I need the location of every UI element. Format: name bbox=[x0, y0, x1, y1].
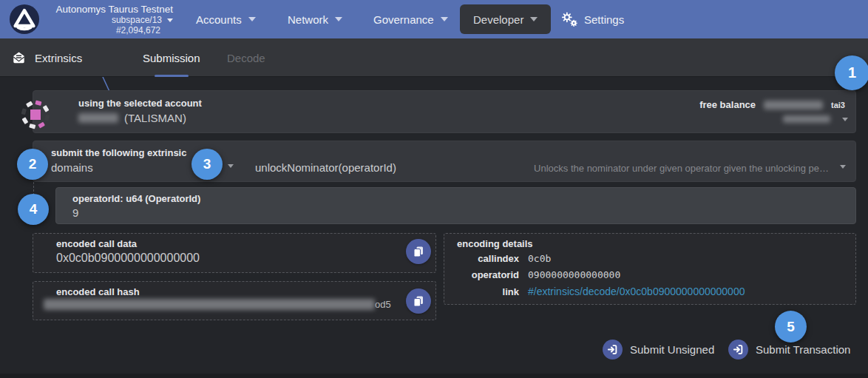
balance-unit: tai3 bbox=[831, 101, 845, 109]
callindex-key: callindex bbox=[457, 253, 519, 264]
nav-network[interactable]: Network bbox=[288, 0, 342, 38]
submit-unsigned-button[interactable]: Submit Unsigned bbox=[603, 340, 714, 360]
chain-selector[interactable]: Autonomys Taurus Testnet subspace/13 #2,… bbox=[49, 4, 173, 36]
nav-network-label: Network bbox=[288, 13, 328, 26]
encoded-call-hash-value: od5 bbox=[44, 299, 391, 310]
tab-decode-label: Decode bbox=[227, 52, 265, 64]
tab-bar: Extrinsics Submission Decode bbox=[0, 38, 868, 77]
som-badge-1: 1 bbox=[835, 55, 868, 90]
tab-submission[interactable]: Submission bbox=[143, 38, 200, 77]
extrinsic-panel: submit the following extrinsic domains u… bbox=[33, 141, 856, 182]
tab-decode[interactable]: Decode bbox=[227, 38, 265, 77]
chevron-down-icon bbox=[335, 17, 342, 21]
top-nav-bar: Autonomys Taurus Testnet subspace/13 #2,… bbox=[0, 0, 868, 38]
account-panel: using the selected account (TALISMAN) fr… bbox=[33, 90, 856, 133]
nav-governance[interactable]: Governance bbox=[373, 0, 448, 38]
selected-account[interactable]: (TALISMAN) bbox=[78, 112, 186, 124]
free-balance-label: free balance bbox=[699, 99, 756, 110]
method-select[interactable]: unlockNominator(operatorId) bbox=[255, 161, 396, 174]
account-dropdown-caret-icon[interactable] bbox=[842, 118, 848, 121]
param-value-input[interactable]: 9 bbox=[72, 206, 78, 219]
call-hash-redacted bbox=[44, 299, 375, 310]
encoding-details-label: encoding details bbox=[457, 238, 533, 249]
param-label: operatorId: u64 (OperatorId) bbox=[72, 193, 200, 204]
sign-in-icon bbox=[728, 340, 748, 360]
chevron-down-icon bbox=[248, 17, 256, 21]
som-badge-3: 3 bbox=[191, 149, 223, 180]
callindex-value: 0c0b bbox=[528, 253, 551, 264]
runtime-version: subspace/13 bbox=[112, 15, 162, 25]
pallet-select[interactable]: domains bbox=[51, 161, 93, 174]
extrinsic-label: submit the following extrinsic bbox=[51, 147, 186, 158]
som-badge-4: 4 bbox=[18, 194, 49, 225]
account-identicon[interactable] bbox=[19, 98, 52, 134]
account-name-redacted bbox=[78, 113, 118, 123]
method-description: Unlocks the nominator under given operat… bbox=[534, 163, 829, 174]
encoded-call-hash-label: encoded call hash bbox=[56, 286, 140, 297]
autonomys-logo-icon[interactable] bbox=[9, 4, 40, 35]
account-source-label: (TALISMAN) bbox=[124, 112, 186, 124]
free-balance-row: free balance tai3 bbox=[699, 99, 845, 110]
operatorid-key: operatorid bbox=[457, 269, 519, 280]
som-badge-5: 5 bbox=[775, 311, 807, 342]
encoded-call-data-label: encoded call data bbox=[56, 238, 137, 249]
copy-call-hash-button[interactable] bbox=[406, 288, 431, 314]
param-panel: operatorId: u64 (OperatorId) 9 bbox=[55, 187, 856, 224]
submit-transaction-button[interactable]: Submit Transaction bbox=[728, 340, 850, 360]
account-label: using the selected account bbox=[78, 98, 202, 109]
encoded-call-hash-box: encoded call hash od5 bbox=[33, 281, 436, 320]
sign-in-icon bbox=[603, 340, 623, 360]
method-caret-icon[interactable] bbox=[840, 165, 846, 169]
gears-icon bbox=[560, 11, 577, 27]
encoding-details-box: encoding details callindex 0c0b operator… bbox=[444, 233, 856, 305]
balance-secondary-row bbox=[783, 115, 848, 123]
section-label: Extrinsics bbox=[35, 52, 82, 64]
pallet-caret-icon[interactable] bbox=[228, 164, 234, 168]
balance-secondary-redacted bbox=[783, 115, 830, 123]
som-badge-2: 2 bbox=[17, 149, 48, 180]
section-extrinsics[interactable]: Extrinsics bbox=[12, 38, 82, 77]
bottom-edge bbox=[0, 374, 868, 378]
nav-settings[interactable]: Settings bbox=[560, 0, 624, 38]
submit-transaction-label: Submit Transaction bbox=[756, 343, 850, 356]
nav-accounts[interactable]: Accounts bbox=[196, 0, 256, 38]
extrinsics-envelope-icon bbox=[12, 51, 26, 64]
decode-link[interactable]: #/extrinsics/decode/0x0c0b09000000000000… bbox=[528, 286, 745, 297]
nav-governance-label: Governance bbox=[373, 13, 434, 26]
copy-icon bbox=[413, 295, 424, 307]
nav-developer[interactable]: Developer bbox=[460, 4, 551, 34]
chain-name: Autonomys Taurus Testnet bbox=[49, 4, 173, 15]
encoded-call-data-box: encoded call data 0x0c0b0900000000000000 bbox=[33, 233, 436, 273]
submit-unsigned-label: Submit Unsigned bbox=[630, 343, 714, 356]
best-block-number: #2,094,672 bbox=[49, 25, 173, 36]
copy-icon bbox=[413, 246, 424, 257]
call-hash-suffix: od5 bbox=[375, 299, 391, 310]
balance-value-redacted bbox=[764, 101, 823, 109]
copy-call-data-button[interactable] bbox=[406, 239, 431, 264]
operatorid-value: 0900000000000000 bbox=[528, 269, 620, 280]
chevron-down-icon bbox=[167, 18, 173, 22]
chevron-down-icon bbox=[530, 17, 538, 21]
nav-developer-label: Developer bbox=[473, 13, 523, 26]
chevron-down-icon bbox=[441, 17, 448, 21]
nav-accounts-label: Accounts bbox=[196, 13, 242, 26]
encoded-call-data-value: 0x0c0b0900000000000000 bbox=[56, 252, 200, 265]
nav-settings-label: Settings bbox=[584, 13, 624, 26]
link-key: link bbox=[457, 286, 519, 297]
tab-submission-label: Submission bbox=[143, 52, 200, 64]
